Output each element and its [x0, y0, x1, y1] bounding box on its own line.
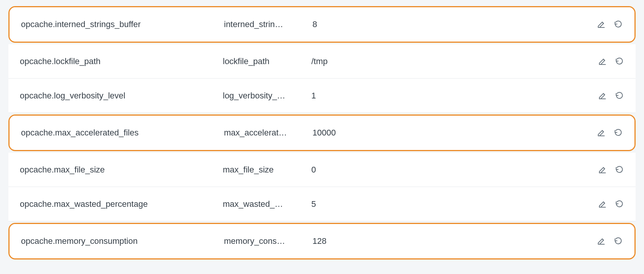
setting-short: max_wasted_…	[223, 199, 311, 209]
reset-icon[interactable]	[613, 128, 623, 138]
setting-short: interned_strin…	[224, 19, 312, 29]
reset-icon[interactable]	[613, 19, 623, 29]
setting-name: opcache.log_verbosity_level	[20, 91, 223, 101]
setting-value: 1	[311, 91, 588, 101]
table-row: opcache.memory_consumption memory_cons… …	[8, 223, 636, 259]
setting-name: opcache.lockfile_path	[20, 56, 223, 66]
edit-icon[interactable]	[596, 128, 606, 138]
edit-icon[interactable]	[596, 236, 606, 246]
setting-value: 8	[312, 19, 586, 29]
reset-icon[interactable]	[613, 236, 623, 246]
setting-short: max_accelerat…	[224, 128, 312, 138]
setting-name: opcache.interned_strings_buffer	[21, 19, 224, 29]
setting-short: log_verbosity_…	[223, 91, 311, 101]
reset-icon[interactable]	[614, 199, 624, 209]
edit-icon[interactable]	[597, 165, 607, 175]
edit-icon[interactable]	[597, 56, 607, 66]
setting-short: max_file_size	[223, 165, 311, 175]
setting-name: opcache.memory_consumption	[21, 236, 224, 246]
setting-value: 0	[311, 165, 588, 175]
reset-icon[interactable]	[614, 56, 624, 66]
setting-short: memory_cons…	[224, 236, 312, 246]
table-row: opcache.max_wasted_percentage max_wasted…	[8, 187, 636, 221]
setting-value: /tmp	[311, 56, 588, 66]
setting-value: 10000	[312, 128, 586, 138]
edit-icon[interactable]	[596, 19, 606, 29]
table-row: opcache.max_accelerated_files max_accele…	[8, 114, 636, 151]
table-row: opcache.lockfile_path lockfile_path /tmp	[8, 44, 636, 79]
reset-icon[interactable]	[614, 91, 624, 101]
setting-name: opcache.max_accelerated_files	[21, 128, 224, 138]
setting-short: lockfile_path	[223, 56, 311, 66]
table-row: opcache.max_file_size max_file_size 0	[8, 153, 636, 187]
table-row: opcache.interned_strings_buffer interned…	[8, 6, 636, 43]
setting-value: 128	[312, 236, 586, 246]
table-row: opcache.log_verbosity_level log_verbosit…	[8, 79, 636, 113]
edit-icon[interactable]	[597, 91, 607, 101]
setting-value: 5	[311, 199, 588, 209]
edit-icon[interactable]	[597, 199, 607, 209]
config-table: opcache.interned_strings_buffer interned…	[0, 0, 644, 272]
setting-name: opcache.max_wasted_percentage	[20, 199, 223, 209]
setting-name: opcache.max_file_size	[20, 165, 223, 175]
reset-icon[interactable]	[614, 165, 624, 175]
